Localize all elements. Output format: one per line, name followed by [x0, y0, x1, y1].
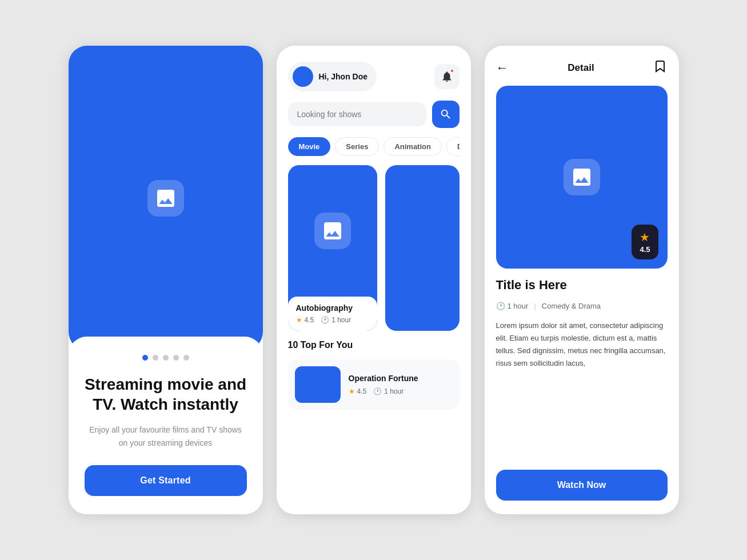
dot-2[interactable] — [153, 355, 158, 361]
search-row — [288, 101, 460, 128]
screen1-heading: Streaming movie and TV. Watch instantly — [85, 374, 247, 414]
card1-duration: 🕐 1 hour — [321, 316, 351, 324]
filter-documentary[interactable]: Docum — [446, 137, 460, 156]
list-star-icon: ★ — [349, 387, 355, 395]
screen2-header: Hi, Jhon Doe — [288, 62, 460, 91]
list-duration: 🕐 1 hour — [373, 387, 404, 395]
detail-hero-icon — [564, 159, 600, 195]
meta-separator: | — [534, 302, 536, 310]
dot-1[interactable] — [142, 355, 148, 361]
list-item-info: Operation Fortune ★ 4.5 🕐 1 hour — [349, 374, 453, 395]
section-title: 10 Top For You — [288, 340, 460, 350]
rating-badge: ★ 4.5 — [632, 225, 658, 259]
dot-3[interactable] — [163, 355, 169, 361]
list-item-title: Operation Fortune — [349, 374, 453, 383]
list-item-meta: ★ 4.5 🕐 1 hour — [349, 387, 453, 395]
screens-container: Streaming movie and TV. Watch instantly … — [69, 46, 679, 514]
list-clock-icon: 🕐 — [373, 387, 382, 395]
featured-card-1-info: Autobiography ★ 4.5 🕐 1 hour — [288, 297, 377, 331]
watch-now-button[interactable]: Watch Now — [496, 470, 668, 501]
featured-card-1-title: Autobiography — [296, 303, 369, 313]
dot-4[interactable] — [173, 355, 179, 361]
list-item-thumbnail — [295, 366, 341, 403]
filter-tabs: Movie Series Animation Docum — [288, 137, 460, 156]
featured-card-2[interactable] — [385, 165, 460, 331]
notification-bell-button[interactable] — [434, 64, 460, 89]
detail-duration: 1 hour — [508, 302, 529, 310]
card1-placeholder-icon — [314, 213, 351, 249]
screen-1: Streaming movie and TV. Watch instantly … — [69, 46, 263, 514]
screen-2: Hi, Jhon Doe Movie Series — [277, 46, 471, 514]
dot-5[interactable] — [183, 355, 189, 361]
badge-rating: 4.5 — [640, 245, 650, 254]
carousel-dots — [85, 355, 247, 361]
card1-rating: ★ 4.5 — [296, 316, 314, 324]
avatar — [293, 66, 313, 87]
back-button[interactable]: ← — [496, 61, 509, 75]
greeting-text: Hi, Jhon Doe — [319, 72, 368, 81]
search-button[interactable] — [432, 101, 460, 128]
list-item[interactable]: Operation Fortune ★ 4.5 🕐 1 hour — [288, 359, 460, 410]
search-input-wrap[interactable] — [288, 102, 426, 126]
avatar-greeting: Hi, Jhon Doe — [288, 62, 377, 91]
screen1-bottom: Streaming movie and TV. Watch instantly … — [69, 337, 263, 514]
detail-page-title: Detail — [568, 62, 594, 74]
card1-star-icon: ★ — [296, 316, 302, 324]
notification-dot — [450, 69, 454, 73]
featured-row: Autobiography ★ 4.5 🕐 1 hour — [288, 165, 460, 331]
filter-series[interactable]: Series — [335, 137, 379, 156]
list-rating: ★ 4.5 — [349, 387, 367, 395]
screen1-hero-icon — [147, 180, 184, 217]
detail-header: ← Detail — [496, 59, 668, 77]
show-title: Title is Here — [496, 278, 668, 293]
screen1-subtitle: Enjoy all your favourite films and TV sh… — [85, 423, 247, 449]
get-started-button[interactable]: Get Started — [85, 465, 247, 496]
detail-meta: 🕐 1 hour | Comedy & Drama — [496, 302, 668, 310]
detail-genre: Comedy & Drama — [542, 302, 601, 310]
featured-card-1-meta: ★ 4.5 🕐 1 hour — [296, 316, 369, 324]
badge-star-icon: ★ — [640, 230, 650, 244]
screen-3: ← Detail ★ 4.5 Title is Here — [485, 46, 679, 514]
filter-movie[interactable]: Movie — [288, 137, 331, 156]
detail-hero: ★ 4.5 — [496, 86, 668, 269]
detail-description: Lorem ipsum dolor sit amet, consectetur … — [496, 319, 668, 370]
clock-icon: 🕐 — [321, 316, 329, 324]
bookmark-button[interactable] — [653, 59, 667, 77]
detail-clock-icon-wrap: 🕐 1 hour — [496, 302, 529, 310]
search-input[interactable] — [297, 110, 417, 119]
featured-card-1[interactable]: Autobiography ★ 4.5 🕐 1 hour — [288, 165, 377, 331]
featured-card-1-image — [288, 165, 377, 297]
detail-clock-icon: 🕐 — [496, 302, 505, 310]
filter-animation[interactable]: Animation — [384, 137, 442, 156]
screen1-hero — [69, 46, 263, 350]
